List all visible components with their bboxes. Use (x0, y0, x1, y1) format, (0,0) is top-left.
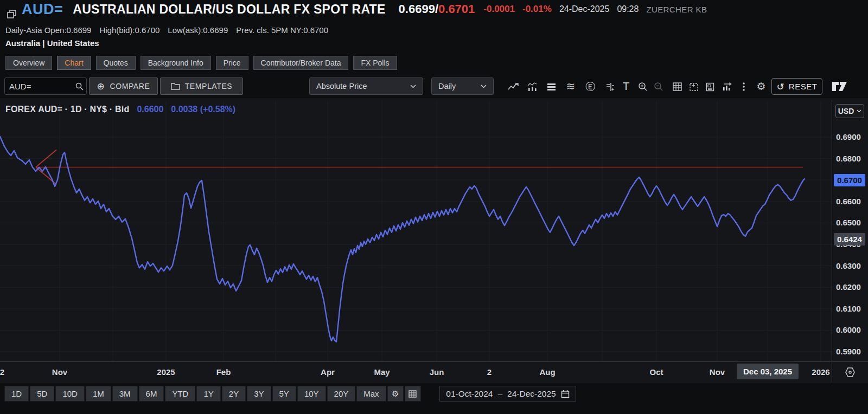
range-button-ytd[interactable]: YTD (165, 386, 195, 402)
y-axis-tick-label: 0.5900 (836, 347, 866, 356)
tab-overview[interactable]: Overview (5, 56, 52, 70)
range-button-10y[interactable]: 10Y (297, 386, 326, 402)
chart-canvas[interactable] (0, 101, 832, 361)
range-button-max[interactable]: Max (356, 386, 386, 402)
folder-icon (171, 82, 180, 90)
text-annotation-icon[interactable]: T (618, 78, 634, 94)
compare-scales-icon[interactable] (602, 79, 618, 95)
date-from: 01-Oct-2024 (446, 389, 493, 399)
daily-stat: Low(ask):0.6699 (168, 25, 228, 35)
range-spreadsheet-icon[interactable] (405, 386, 421, 402)
x-axis-tick-label: Oct (649, 367, 663, 377)
last-price-badge: 0.6700 (834, 174, 865, 186)
chart-style-line-icon[interactable] (505, 79, 521, 95)
tab-price[interactable]: Price (216, 56, 248, 70)
date-range-picker[interactable]: 01-Oct-2024 – 24-Dec-2025 (439, 386, 576, 402)
y-axis-tick-label: 0.6300 (836, 261, 866, 270)
x-axis-tick-label: Aug (539, 367, 555, 377)
range-button-3y[interactable]: 3Y (247, 386, 271, 402)
range-button-10d[interactable]: 10D (55, 386, 85, 402)
export-chart-icon[interactable] (719, 79, 736, 95)
tradingview-logo[interactable] (831, 80, 850, 93)
calendar-icon[interactable] (561, 390, 570, 398)
symbol-search-box (4, 77, 87, 95)
tab-contributor-broker-data[interactable]: Contributor/Broker Data (253, 56, 349, 70)
range-button-6m[interactable]: 6M (139, 386, 164, 402)
range-button-1m[interactable]: 1M (86, 386, 111, 402)
chart-gridlines (0, 101, 832, 361)
kebab-menu-icon[interactable] (736, 79, 752, 95)
reset-button[interactable]: ↺ RESET (771, 78, 822, 95)
header: AUD= AUSTRALIAN DOLLAR/US DOLLAR FX SPOT… (0, 0, 868, 18)
waves-overlay-icon[interactable]: ≋ (563, 78, 579, 94)
x-axis-tick-label: 2 (487, 367, 492, 377)
daily-stat: Daily-Asia Open:0.6699 (5, 25, 91, 35)
interval-value: Daily (438, 82, 456, 90)
date-range-separator: – (497, 389, 502, 399)
chart-legend: FOREX AUD= · 1D · NY$ · Bid 0.6600 0.003… (5, 105, 235, 114)
chevron-down-icon (481, 85, 487, 88)
range-button-3m[interactable]: 3M (112, 386, 138, 402)
axis-settings-hexagon-icon[interactable] (844, 366, 856, 378)
layers-rows-icon[interactable] (543, 79, 559, 95)
chevron-down-icon (410, 85, 416, 88)
zoom-out-icon[interactable] (650, 79, 667, 95)
price-axis[interactable]: 0.69000.68000.67000.66000.65000.64000.63… (832, 101, 868, 361)
data-table-icon[interactable] (669, 79, 685, 95)
instrument-title: AUSTRALIAN DOLLAR/US DOLLAR FX SPOT RATE (73, 2, 385, 17)
range-button-1d[interactable]: 1D (4, 386, 29, 402)
symbol-search-input[interactable] (5, 82, 72, 91)
templates-button[interactable]: TEMPLATES (160, 77, 243, 95)
window-panel-icon[interactable] (7, 10, 17, 19)
templates-label: TEMPLATES (185, 82, 233, 90)
axis-currency-select[interactable]: USD (835, 104, 864, 118)
legend-symbol: FOREX AUD= · 1D · NY$ · Bid (5, 105, 129, 114)
compare-button[interactable]: ⊕ COMPARE (89, 77, 158, 95)
x-axis-tick-label: 2 (0, 367, 4, 377)
daily-stat: High(bid):0.6700 (99, 25, 159, 35)
ask-price: 0.6701 (438, 2, 475, 16)
range-button-20y[interactable]: 20Y (327, 386, 356, 402)
red-arrow-annotation[interactable] (36, 150, 803, 184)
compare-plus-icon: ⊕ (97, 82, 105, 91)
range-button-5y[interactable]: 5Y (272, 386, 296, 402)
region-breadcrumb: Australia | United States (5, 38, 99, 48)
quote-time: 09:28 (617, 4, 639, 14)
quote-date: 24-Dec-2025 (559, 4, 610, 14)
news-icon[interactable] (702, 79, 718, 95)
level-price-badge: 0.6424 (834, 233, 865, 245)
x-axis-tick-label: 2025 (157, 367, 175, 377)
axis-currency-value: USD (838, 107, 854, 115)
tab-quotes[interactable]: Quotes (96, 56, 136, 70)
range-button-2y[interactable]: 2Y (222, 386, 246, 402)
price-mode-value: Absolute Price (316, 82, 367, 90)
range-toolbar: 1D5D10D1M3M6MYTD1Y2Y3Y5Y10Y20YMax⚙ (4, 386, 421, 402)
range-settings-gear-icon[interactable]: ⚙ (387, 386, 404, 402)
bid-price: 0.6699/ (399, 2, 438, 16)
tab-chart[interactable]: Chart (57, 56, 91, 70)
tab-fx-polls[interactable]: FX Polls (353, 56, 397, 70)
pct-change: -0.01% (522, 4, 552, 15)
x-axis-tick-label: Nov (52, 367, 67, 377)
net-change: -0.0001 (483, 4, 515, 15)
y-axis-tick-label: 0.6500 (836, 218, 866, 227)
fx-spot-rate-window: AUD= AUSTRALIAN DOLLAR/US DOLLAR FX SPOT… (0, 0, 868, 414)
chart-style-bars-icon[interactable] (524, 79, 540, 95)
y-axis-tick-label: 0.6000 (836, 325, 866, 334)
range-button-5d[interactable]: 5D (30, 386, 54, 402)
y-axis-tick-label: 0.6900 (836, 132, 866, 141)
price-mode-select[interactable]: Absolute Price (309, 77, 423, 95)
x-axis-tick-label: 2026 (812, 367, 829, 377)
time-axis[interactable]: 2Nov2025FebAprMayJun2AugOctNovDec 03, 20… (0, 361, 868, 384)
y-axis-tick-label: 0.6200 (836, 282, 866, 292)
crosshair-date-badge: Dec 03, 2025 (737, 364, 799, 379)
interval-select[interactable]: Daily (431, 77, 494, 95)
zoom-in-icon[interactable] (635, 79, 651, 95)
settings-gear-icon[interactable]: ⚙ (753, 78, 769, 94)
tab-background-info[interactable]: Background Info (141, 56, 211, 70)
x-axis-tick-label: Apr (321, 367, 335, 377)
events-icon[interactable]: Ⓔ (582, 79, 598, 95)
range-button-1y[interactable]: 1Y (196, 386, 220, 402)
expand-area-icon[interactable] (685, 79, 701, 95)
search-icon[interactable] (72, 79, 86, 93)
